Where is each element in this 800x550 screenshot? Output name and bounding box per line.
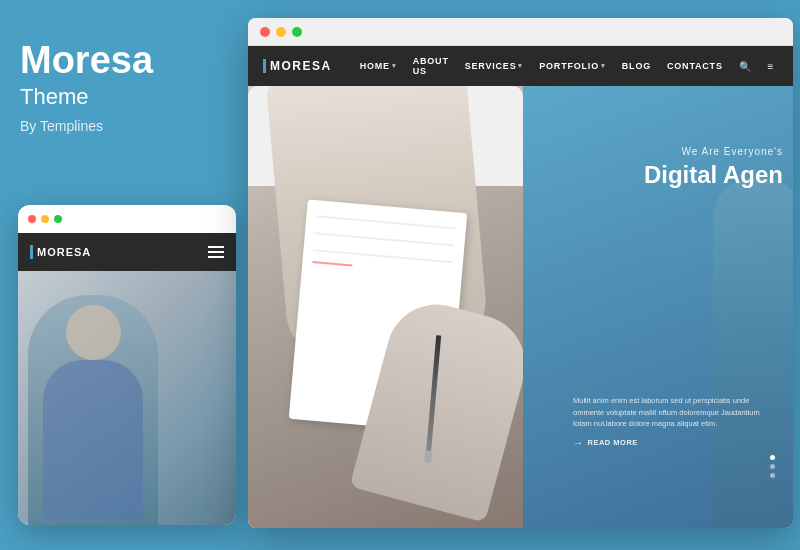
theme-name: Moresa bbox=[20, 40, 153, 82]
mobile-top-bar bbox=[18, 205, 236, 233]
hero-main-text: Digital Agen bbox=[523, 161, 783, 190]
mobile-dot-red bbox=[28, 215, 36, 223]
mobile-dot-green bbox=[54, 215, 62, 223]
mobile-window-dots bbox=[28, 215, 62, 223]
mobile-nav: MORESA bbox=[18, 233, 236, 271]
desktop-dot-yellow bbox=[276, 27, 286, 37]
desktop-content-area: We Are Everyone's Digital Agen Mullit an… bbox=[248, 86, 793, 528]
mobile-hamburger-icon bbox=[208, 246, 224, 258]
search-icon: 🔍 bbox=[731, 61, 760, 72]
right-person-body bbox=[713, 178, 793, 528]
hero-dot-2 bbox=[770, 464, 775, 469]
hero-dot-3 bbox=[770, 473, 775, 478]
hero-read-more-label: READ MORE bbox=[588, 438, 638, 447]
desktop-nav-items: HOME▾ ABOUT US SERVICES▾ PORTFOLIO▾ BLOG… bbox=[352, 56, 783, 76]
hero-pre-text: We Are Everyone's bbox=[523, 146, 783, 157]
mobile-person-silhouette bbox=[28, 295, 158, 525]
theme-label: Theme bbox=[20, 84, 153, 110]
nav-item-about: ABOUT US bbox=[405, 56, 457, 76]
theme-author: By Templines bbox=[20, 118, 153, 134]
hero-sub-block: Mullit anim enim est laborum sed ut pers… bbox=[573, 395, 773, 448]
desktop-hero-text: We Are Everyone's Digital Agen bbox=[523, 146, 783, 190]
nav-item-portfolio: PORTFOLIO▾ bbox=[531, 61, 614, 71]
mobile-logo: MORESA bbox=[30, 245, 91, 259]
hero-read-more-button: → READ MORE bbox=[573, 437, 773, 448]
pen bbox=[426, 335, 441, 455]
mobile-hero-image bbox=[18, 271, 236, 525]
mobile-mockup: MORESA bbox=[18, 205, 236, 525]
hero-description: Mullit anim enim est laborum sed ut pers… bbox=[573, 395, 773, 429]
desktop-mockup: MORESA HOME▾ ABOUT US SERVICES▾ PORTFOLI… bbox=[248, 18, 793, 528]
hero-dot-1 bbox=[770, 455, 775, 460]
nav-item-blog: BLOG bbox=[614, 61, 659, 71]
hands-visual bbox=[248, 86, 523, 528]
desktop-hero-image bbox=[248, 86, 523, 528]
desktop-dot-green bbox=[292, 27, 302, 37]
pen-tip bbox=[424, 451, 432, 464]
left-info-panel: Moresa Theme By Templines bbox=[20, 40, 153, 134]
mobile-person-shirt bbox=[43, 360, 143, 520]
desktop-window-dots bbox=[260, 27, 302, 37]
menu-icon: ≡ bbox=[760, 61, 783, 72]
nav-item-contacts: CONTACTS bbox=[659, 61, 731, 71]
desktop-top-bar bbox=[248, 18, 793, 46]
desktop-nav: MORESA HOME▾ ABOUT US SERVICES▾ PORTFOLI… bbox=[248, 46, 793, 86]
mobile-person-head bbox=[66, 305, 121, 360]
hero-carousel-dots bbox=[770, 455, 775, 478]
desktop-dot-red bbox=[260, 27, 270, 37]
hero-arrow-icon: → bbox=[573, 437, 584, 448]
nav-item-services: SERVICES▾ bbox=[457, 61, 532, 71]
nav-item-home: HOME▾ bbox=[352, 61, 405, 71]
desktop-nav-logo: MORESA bbox=[263, 59, 332, 73]
right-person-silhouette bbox=[693, 148, 793, 528]
mobile-dot-yellow bbox=[41, 215, 49, 223]
